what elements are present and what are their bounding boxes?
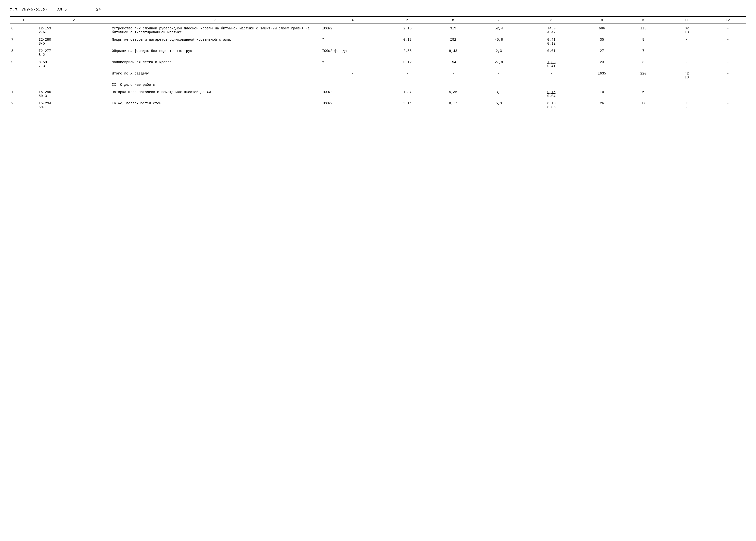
col-header-10: IO bbox=[623, 16, 664, 24]
row-col7: 27,8 bbox=[476, 58, 522, 69]
subtotal-col9: I635 bbox=[581, 69, 623, 80]
row-num: 9 bbox=[10, 58, 37, 69]
row-col8: 0,0I bbox=[522, 47, 581, 58]
row-col12: - bbox=[710, 88, 746, 99]
row-col10: II3 bbox=[623, 24, 664, 35]
row-col9: 26 bbox=[581, 99, 623, 110]
col11-bot: I3 bbox=[685, 76, 689, 79]
row-desc: Обделки на фасадах без водосточных труо bbox=[110, 47, 320, 58]
row-col11: - bbox=[664, 47, 709, 58]
row-col6: 3I9 bbox=[430, 24, 476, 35]
col8-top: I,38 bbox=[547, 60, 556, 64]
row-num: I bbox=[10, 88, 37, 99]
subtotal-label: Итого по X разделу bbox=[110, 69, 320, 80]
row-unit: I00м2 фасада bbox=[320, 47, 384, 58]
col11-bot: I0 bbox=[685, 30, 689, 34]
col8-top: 0,I8 bbox=[547, 101, 556, 105]
col-header-12: I2 bbox=[710, 16, 746, 24]
table-row: 8 I2-2778-2 Обделки на фасадах без водос… bbox=[10, 47, 746, 58]
row-desc: Устройство 4-х слойной рубероидной плоск… bbox=[110, 24, 320, 35]
row-col11: 32 I0 bbox=[664, 24, 709, 35]
col-header-4: 4 bbox=[320, 16, 384, 24]
col-header-7: 7 bbox=[476, 16, 522, 24]
row-num: 7 bbox=[10, 35, 37, 47]
table-row: 2 I5-29459-I То же, поверхностей стен I0… bbox=[10, 99, 746, 110]
row-unit: I00м2 bbox=[320, 88, 384, 99]
row-col12: - bbox=[710, 35, 746, 47]
row-col9: 23 bbox=[581, 58, 623, 69]
row-col8: 0,I5 0,04 bbox=[522, 88, 581, 99]
subtotal-empty1 bbox=[10, 69, 37, 80]
section-empty1 bbox=[10, 80, 37, 88]
row-col12: - bbox=[710, 99, 746, 110]
col8-bot: 0,04 bbox=[547, 94, 556, 98]
subtotal-col8: - bbox=[522, 69, 581, 80]
row-unit: I00м2 bbox=[320, 24, 384, 35]
row-col6: I94 bbox=[430, 58, 476, 69]
col-header-1: I bbox=[10, 16, 37, 24]
row-col9: I0 bbox=[581, 88, 623, 99]
col8-top: 0,4I bbox=[547, 38, 556, 42]
table-row: 7 I2-2808-5 Покрытие свесов и паrapетов … bbox=[10, 35, 746, 47]
col8-top: I4,9 bbox=[547, 26, 556, 30]
subtotal-col12: - bbox=[710, 69, 746, 80]
row-col7: 5,3 bbox=[476, 99, 522, 110]
subtotal-col7: - bbox=[476, 69, 522, 80]
subtotal-col11: 42 I3 bbox=[664, 69, 709, 80]
section-label: IX. Отделочные работы bbox=[110, 80, 746, 88]
row-col12: - bbox=[710, 24, 746, 35]
page-number: 24 bbox=[96, 7, 101, 12]
row-code: I2-2808-5 bbox=[37, 35, 110, 47]
row-desc: Покрытие свесов и паrapетов оцинкованной… bbox=[110, 35, 320, 47]
row-col5: I,87 bbox=[384, 88, 430, 99]
table-row: I I5-29659-3 Затирка швов потолков в пом… bbox=[10, 88, 746, 99]
row-col7: 45,8 bbox=[476, 35, 522, 47]
subtotal-row: Итого по X разделу - - - - - I635 220 42… bbox=[10, 69, 746, 80]
row-unit: I00м2 bbox=[320, 99, 384, 110]
section-header-row: IX. Отделочные работы bbox=[10, 80, 746, 88]
row-code: I2-2778-2 bbox=[37, 47, 110, 58]
row-col9: 35 bbox=[581, 35, 623, 47]
row-code: I2-I532-6-I bbox=[37, 24, 110, 35]
row-code: I5-29659-3 bbox=[37, 88, 110, 99]
col-header-2: 2 bbox=[37, 16, 110, 24]
row-col6: 9,43 bbox=[430, 47, 476, 58]
row-col11: I - bbox=[664, 99, 709, 110]
row-col10: I7 bbox=[623, 99, 664, 110]
row-col9: 27 bbox=[581, 47, 623, 58]
section-empty2 bbox=[37, 80, 110, 88]
col-header-6: 6 bbox=[430, 16, 476, 24]
col11-top: 42 bbox=[685, 72, 689, 76]
col11-top: 32 bbox=[685, 26, 689, 30]
row-col5: 2,I5 bbox=[384, 24, 430, 35]
column-header-row: I 2 3 4 5 6 7 8 9 IO II I2 bbox=[10, 16, 746, 24]
row-col8: 0,I8 0,05 bbox=[522, 99, 581, 110]
row-col7: 3,I bbox=[476, 88, 522, 99]
row-col7: 2,3 bbox=[476, 47, 522, 58]
row-col6: 5,35 bbox=[430, 88, 476, 99]
subtotal-col10: 220 bbox=[623, 69, 664, 80]
row-col7: 52,4 bbox=[476, 24, 522, 35]
row-col5: 0,I8 bbox=[384, 35, 430, 47]
col11-bot: - bbox=[686, 105, 688, 109]
row-desc: Молниеприемная сетка в кровле bbox=[110, 58, 320, 69]
row-code: 8-597-3 bbox=[37, 58, 110, 69]
row-code: I5-29459-I bbox=[37, 99, 110, 110]
main-table: I 2 3 4 5 6 7 8 9 IO II I2 6 I2-I532-6-I… bbox=[10, 16, 746, 110]
row-col12: - bbox=[710, 47, 746, 58]
col8-bot: 0,4I bbox=[547, 64, 556, 68]
row-col10: 6 bbox=[623, 88, 664, 99]
row-col5: 0,I2 bbox=[384, 58, 430, 69]
row-col11: - bbox=[664, 88, 709, 99]
row-col10: 8 bbox=[623, 35, 664, 47]
subtotal-col5: - bbox=[384, 69, 430, 80]
col8-bot: 0,05 bbox=[547, 105, 556, 109]
row-col8: 0,4I 0,I2 bbox=[522, 35, 581, 47]
row-num: 8 bbox=[10, 47, 37, 58]
col-header-11: II bbox=[664, 16, 709, 24]
subtotal-col6: - bbox=[430, 69, 476, 80]
row-col5: 2,88 bbox=[384, 47, 430, 58]
table-row: 6 I2-I532-6-I Устройство 4-х слойной руб… bbox=[10, 24, 746, 35]
row-col12: - bbox=[710, 58, 746, 69]
row-num: 6 bbox=[10, 24, 37, 35]
